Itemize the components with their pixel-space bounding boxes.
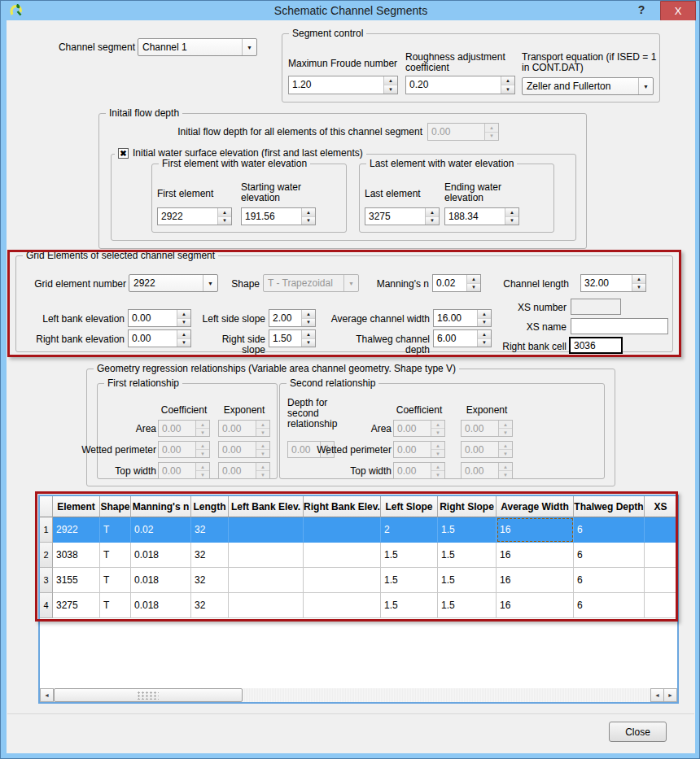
spin-up-icon[interactable]: ▲: [499, 463, 512, 471]
table-cell[interactable]: 1.5: [438, 593, 497, 618]
spin-up-icon[interactable]: ▲: [256, 463, 269, 471]
table-cell[interactable]: 3038: [53, 543, 100, 568]
table-cell[interactable]: [304, 593, 381, 618]
table-cell[interactable]: 32: [191, 568, 229, 593]
right-bank-elevation-spinbox[interactable]: 0.00▲▼: [128, 329, 191, 347]
spin-buttons[interactable]: ▲▼: [632, 275, 645, 291]
spin-down-icon[interactable]: ▼: [302, 339, 315, 347]
spin-down-icon[interactable]: ▼: [478, 319, 491, 327]
froude-spinbox[interactable]: 1.20▲▼: [288, 76, 398, 94]
table-cell[interactable]: 2922: [53, 517, 100, 543]
table-row[interactable]: 12922T0.023221.5166: [40, 517, 677, 543]
column-header[interactable]: Thalweg Depth: [574, 496, 645, 517]
first-element-spinbox[interactable]: 2922▲▼: [157, 207, 232, 225]
table-cell[interactable]: [645, 517, 677, 543]
channel-segment-combo[interactable]: Channel 1▼: [138, 38, 257, 56]
spin-buttons[interactable]: ▲▼: [177, 330, 190, 347]
spin-buttons[interactable]: ▲▼: [256, 421, 269, 436]
horizontal-scrollbar[interactable]: ◄ ◄ ►: [40, 688, 677, 702]
table-cell[interactable]: T: [100, 568, 131, 593]
spin-buttons[interactable]: ▲▼: [256, 442, 269, 457]
column-header[interactable]: Average Width: [497, 496, 574, 517]
spin-up-icon[interactable]: ▲: [501, 76, 514, 85]
table-cell[interactable]: 32: [191, 593, 229, 618]
spin-up-icon[interactable]: ▲: [218, 208, 231, 217]
last-element-spinbox[interactable]: 3275▲▼: [365, 207, 440, 225]
spin-buttons[interactable]: ▲▼: [301, 208, 315, 225]
spin-down-icon[interactable]: ▼: [505, 217, 518, 225]
table-row[interactable]: 43275T0.018321.51.5166: [40, 593, 677, 618]
table-cell[interactable]: T: [100, 593, 131, 618]
channel-elements-table[interactable]: ElementShapeManning's nLengthLeft Bank E…: [38, 495, 679, 704]
spin-down-icon[interactable]: ▼: [426, 217, 439, 225]
spin-down-icon[interactable]: ▼: [499, 429, 512, 436]
table-cell[interactable]: 6: [574, 568, 645, 593]
mannings-n-spinbox[interactable]: 0.02▲▼: [432, 274, 481, 292]
table-cell[interactable]: 32: [191, 543, 229, 568]
spin-down-icon[interactable]: ▼: [431, 471, 444, 478]
table-row[interactable]: 23038T0.018321.51.5166: [40, 543, 677, 568]
spin-down-icon[interactable]: ▼: [431, 450, 444, 457]
row-header[interactable]: 3: [40, 568, 53, 593]
spin-buttons[interactable]: ▲▼: [177, 310, 190, 326]
spin-buttons[interactable]: ▲▼: [195, 463, 209, 478]
table-cell[interactable]: 6: [574, 543, 645, 568]
spin-up-icon[interactable]: ▲: [384, 76, 397, 85]
spin-up-icon[interactable]: ▲: [177, 310, 190, 319]
spin-up-icon[interactable]: ▲: [431, 463, 444, 471]
title-bar[interactable]: Schematic Channel Segments ? X: [1, 1, 700, 20]
spin-down-icon[interactable]: ▼: [196, 429, 209, 436]
spin-down-icon[interactable]: ▼: [431, 429, 444, 436]
table-cell[interactable]: 0.018: [131, 568, 191, 593]
spin-down-icon[interactable]: ▼: [218, 217, 231, 225]
spin-buttons[interactable]: ▲▼: [484, 124, 498, 140]
thalweg-channel-depth-spinbox[interactable]: 6.00▲▼: [433, 329, 492, 347]
spin-down-icon[interactable]: ▼: [256, 450, 269, 457]
scroll-right-button[interactable]: ►: [663, 688, 677, 702]
spin-up-icon[interactable]: ▲: [632, 275, 645, 284]
spin-down-icon[interactable]: ▼: [499, 450, 512, 457]
spin-up-icon[interactable]: ▲: [177, 330, 190, 339]
spin-down-icon[interactable]: ▼: [177, 339, 190, 347]
scroll-left-button-2[interactable]: ◄: [650, 688, 664, 702]
table-cell[interactable]: 1.5: [438, 543, 497, 568]
spin-down-icon[interactable]: ▼: [384, 85, 397, 94]
spin-down-icon[interactable]: ▼: [256, 429, 269, 436]
spin-up-icon[interactable]: ▲: [256, 442, 269, 450]
channel-length-spinbox[interactable]: 32.00▲▼: [580, 274, 646, 292]
spin-down-icon[interactable]: ▼: [196, 450, 209, 457]
table-row[interactable]: 33155T0.018321.51.5166: [40, 568, 677, 593]
spin-buttons[interactable]: ▲▼: [425, 208, 439, 225]
spin-up-icon[interactable]: ▲: [302, 208, 315, 217]
spin-down-icon[interactable]: ▼: [501, 85, 514, 94]
table-cell[interactable]: 1.5: [381, 543, 438, 568]
column-header[interactable]: Right Slope: [438, 496, 497, 517]
table-cell[interactable]: [304, 543, 381, 568]
spin-down-icon[interactable]: ▼: [302, 217, 315, 225]
window-close-button[interactable]: X: [660, 1, 696, 21]
table-cell[interactable]: [645, 568, 677, 593]
spin-up-icon[interactable]: ▲: [426, 208, 439, 217]
table-cell[interactable]: [304, 568, 381, 593]
spin-buttons[interactable]: ▲▼: [498, 463, 512, 478]
table-cell[interactable]: 1.5: [438, 568, 497, 593]
right-bank-cell-field[interactable]: 3036: [569, 337, 623, 354]
spin-up-icon[interactable]: ▲: [431, 442, 444, 450]
table-cell[interactable]: 6: [574, 517, 645, 543]
table-cell[interactable]: [229, 568, 304, 593]
table-cell[interactable]: 0.02: [131, 517, 191, 543]
row-header[interactable]: 4: [40, 593, 53, 618]
table-cell[interactable]: 1.5: [381, 593, 438, 618]
spin-buttons[interactable]: ▲▼: [195, 421, 209, 436]
spin-up-icon[interactable]: ▲: [499, 421, 512, 429]
table-cell[interactable]: 32: [191, 517, 229, 543]
spin-buttons[interactable]: ▲▼: [301, 330, 315, 347]
spin-buttons[interactable]: ▲▼: [477, 310, 491, 326]
column-header[interactable]: Shape: [100, 496, 131, 517]
spin-buttons[interactable]: ▲▼: [466, 275, 480, 291]
row-header[interactable]: 1: [40, 517, 53, 543]
spin-buttons[interactable]: ▲▼: [217, 208, 231, 225]
spin-down-icon[interactable]: ▼: [256, 471, 269, 478]
spin-up-icon[interactable]: ▲: [431, 421, 444, 429]
table-cell[interactable]: 1.5: [438, 517, 497, 543]
